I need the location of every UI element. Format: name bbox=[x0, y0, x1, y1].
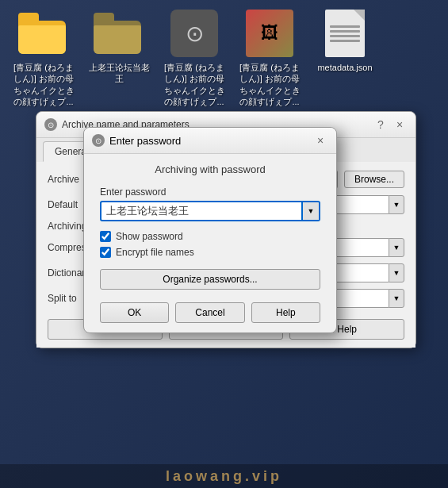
password-dialog: ⊙ Enter password × Archiving with passwo… bbox=[83, 127, 337, 333]
pwd-dialog-buttons: OK Cancel Help bbox=[100, 299, 320, 323]
archive-app-icon: ⊙ bbox=[44, 118, 57, 131]
doc-icon-label: metadata.json bbox=[317, 62, 372, 73]
compression-arrow[interactable]: ▼ bbox=[389, 238, 404, 257]
encrypt-filenames-checkbox[interactable] bbox=[100, 247, 111, 258]
desktop-icon-doc[interactable]: metadata.json bbox=[313, 8, 377, 73]
folder1-front bbox=[18, 25, 66, 54]
archive-help-button[interactable]: ? bbox=[373, 117, 389, 133]
pwd-titlebar: ⊙ Enter password × bbox=[84, 128, 336, 154]
doc-line4 bbox=[330, 40, 360, 42]
doc-lines bbox=[330, 25, 360, 44]
pwd-title-left: ⊙ Enter password bbox=[92, 134, 181, 147]
folder1-icon-img bbox=[18, 8, 69, 59]
doc-line2 bbox=[330, 30, 360, 33]
pwd-close-button[interactable]: × bbox=[312, 133, 328, 148]
show-password-row: Show password bbox=[100, 231, 320, 242]
doc-icon-img bbox=[320, 8, 370, 59]
default-arrow[interactable]: ▼ bbox=[389, 195, 404, 214]
pwd-content: Archiving with password Enter password ▼… bbox=[84, 154, 336, 332]
encrypt-filenames-label: Encrypt file names bbox=[116, 247, 194, 258]
archive-close-button[interactable]: × bbox=[392, 117, 408, 133]
folder2-front bbox=[94, 25, 141, 54]
pwd-help-button[interactable]: Help bbox=[251, 302, 320, 323]
folder2-icon bbox=[94, 13, 144, 54]
pwd-header-text: Archiving with password bbox=[100, 163, 320, 175]
password-input[interactable] bbox=[100, 201, 303, 221]
app-icon-label: [青豆腐 (ねろましん)] お前の母ちゃんイクときの顔すげぇプ... bbox=[163, 62, 226, 107]
image-icon-img: 🖼 bbox=[244, 8, 295, 59]
pwd-combo-arrow[interactable]: ▼ bbox=[303, 201, 320, 221]
folder2-label: 上老王论坛当老王 bbox=[87, 62, 151, 85]
pwd-title-text: Enter password bbox=[109, 135, 181, 147]
desktop-icon-image[interactable]: 🖼 [青豆腐 (ねろましん)] お前の母ちゃんイクときの顔すげぇプ... bbox=[238, 8, 301, 107]
show-password-label: Show password bbox=[116, 231, 183, 242]
desktop-icon-app[interactable]: ⊙ [青豆腐 (ねろましん)] お前の母ちゃんイクときの顔すげぇプ... bbox=[163, 8, 226, 107]
pwd-ok-button[interactable]: OK bbox=[100, 302, 169, 323]
pwd-field-label: Enter password bbox=[100, 186, 320, 198]
doc-line3 bbox=[330, 35, 360, 37]
doc-icon bbox=[325, 10, 365, 57]
desktop-icons-area: [青豆腐 (ねろましん)] お前の母ちゃんイクときの顔すげぇプ... 上老王论坛… bbox=[0, 0, 448, 115]
split-arrow[interactable]: ▼ bbox=[389, 289, 404, 308]
desktop-icon-folder2[interactable]: 上老王论坛当老王 bbox=[87, 8, 151, 85]
pwd-cancel-button[interactable]: Cancel bbox=[175, 302, 244, 323]
archive-window-controls: ? × bbox=[373, 117, 408, 133]
image-thumb-icon: 🖼 bbox=[246, 10, 293, 57]
dictionary-arrow[interactable]: ▼ bbox=[389, 263, 404, 282]
image-icon-label: [青豆腐 (ねろましん)] お前の母ちゃんイクときの顔すげぇプ... bbox=[238, 62, 301, 107]
desktop: [青豆腐 (ねろましん)] お前の母ちゃんイクときの顔すげぇプ... 上老王论坛… bbox=[0, 0, 448, 488]
folder1-label: [青豆腐 (ねろましん)] お前の母ちゃんイクときの顔すげぇプ... bbox=[12, 62, 75, 107]
show-password-checkbox[interactable] bbox=[100, 231, 111, 242]
folder1-icon bbox=[18, 13, 69, 54]
desktop-icon-folder1[interactable]: [青豆腐 (ねろましん)] お前の母ちゃんイクときの顔すげぇプ... bbox=[12, 8, 75, 107]
pwd-input-row: ▼ bbox=[100, 201, 320, 221]
app-icon-img: ⊙ bbox=[169, 8, 220, 59]
watermark: laowang.vip bbox=[0, 464, 448, 488]
organize-passwords-button[interactable]: Organize passwords... bbox=[100, 269, 320, 290]
app-icon: ⊙ bbox=[170, 10, 218, 57]
archive-browse-button[interactable]: Browse... bbox=[344, 171, 404, 188]
encrypt-filenames-row: Encrypt file names bbox=[100, 247, 320, 258]
watermark-text: laowang.vip bbox=[166, 468, 282, 485]
folder2-icon-img bbox=[94, 8, 144, 59]
pwd-app-icon: ⊙ bbox=[92, 134, 105, 147]
doc-line1 bbox=[330, 25, 360, 28]
